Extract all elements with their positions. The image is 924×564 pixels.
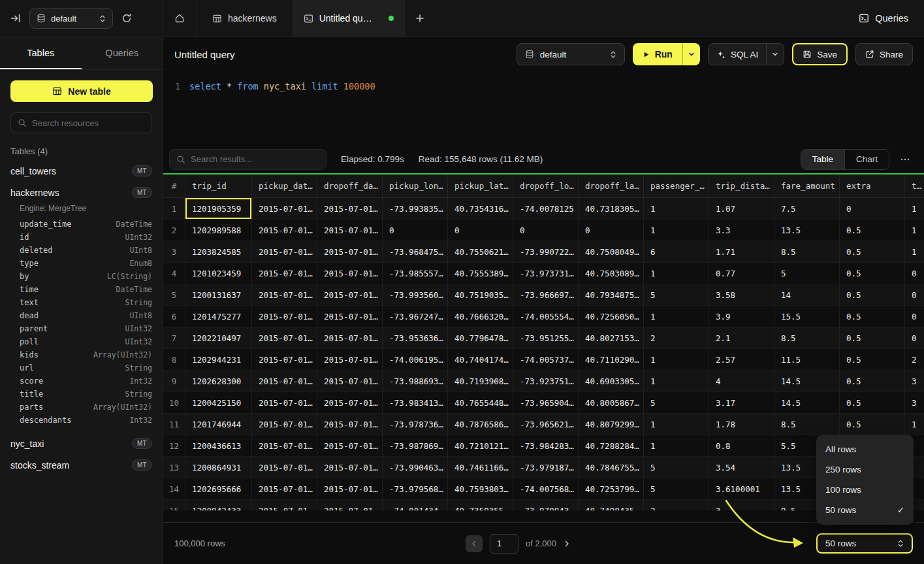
table-cell[interactable]: 3 (905, 371, 924, 392)
table-cell[interactable]: -73.966697… (513, 284, 579, 306)
view-toggle-table[interactable]: Table (801, 150, 844, 169)
table-cell[interactable]: 1201023459 (185, 263, 252, 284)
table-cell[interactable]: 3.3 (709, 220, 774, 241)
table-cell[interactable]: -73.993835… (383, 198, 448, 220)
table-cell[interactable]: 40.7461166… (448, 457, 513, 478)
table-cell[interactable]: 40.6903305… (579, 371, 644, 392)
table-cell[interactable]: 40.7256050… (579, 306, 644, 327)
results-column-header[interactable]: # (163, 174, 185, 197)
new-table-button[interactable]: New table (10, 80, 153, 102)
table-cell[interactable]: 14.5 (774, 371, 840, 392)
table-cell[interactable]: 1 (644, 371, 709, 392)
table-cell[interactable]: 1202695666 (185, 478, 252, 500)
table-cell[interactable]: 40.7666320… (448, 306, 513, 327)
results-column-header[interactable]: passenger_… (644, 174, 709, 197)
table-cell[interactable]: 1200864931 (185, 457, 252, 478)
table-cell[interactable]: 2015-07-01… (252, 263, 317, 284)
table-cell[interactable]: -73.990722… (513, 241, 579, 263)
table-cell[interactable]: 40.7796478… (448, 327, 513, 349)
results-column-header[interactable]: dropoff_lo… (513, 174, 579, 197)
sidebar-tab-queries[interactable]: Queries (82, 37, 163, 69)
table-cell[interactable]: 1 (644, 263, 709, 284)
table-cell[interactable]: 0.5 (840, 263, 905, 284)
table-cell[interactable]: 14.5 (774, 392, 840, 414)
table-cell[interactable]: 4 (709, 371, 774, 392)
table-cell[interactable]: 40.7253799… (579, 478, 644, 500)
table-cell[interactable]: 3.17 (709, 392, 774, 414)
table-cell[interactable]: 1.71 (709, 241, 774, 263)
table-cell[interactable]: 0.5 (840, 306, 905, 327)
table-cell[interactable]: 1 (644, 198, 709, 220)
table-cell[interactable]: 1202989588 (185, 220, 252, 241)
table-cell[interactable]: 1 (644, 435, 709, 457)
table-cell[interactable]: 3 (905, 392, 924, 414)
table-cell[interactable]: -73.973731… (513, 263, 579, 284)
table-cell[interactable]: 13.5 (774, 220, 840, 241)
table-cell[interactable]: 40.7550621… (448, 241, 513, 263)
table-cell[interactable]: 40.7318305… (579, 198, 644, 220)
table-cell[interactable]: -73.983413… (383, 392, 448, 414)
table-cell[interactable]: 40.7288284… (579, 435, 644, 457)
table-cell[interactable]: 40.7934875… (579, 284, 644, 306)
table-cell[interactable]: -73.951255… (513, 327, 579, 349)
table-cell[interactable]: 40.7359355… (448, 500, 513, 510)
table-cell[interactable]: -74.007568… (513, 478, 579, 500)
table-cell[interactable]: 40.7503089… (579, 263, 644, 284)
table-cell[interactable]: 2015-07-01… (252, 220, 317, 241)
table-cell[interactable]: 0 (448, 220, 513, 241)
table-cell[interactable]: 14 (774, 284, 840, 306)
table-cell[interactable]: 1201746944 (185, 414, 252, 435)
results-column-header[interactable]: pickup_dat… (252, 174, 317, 197)
table-cell[interactable]: 40.8005867… (579, 392, 644, 414)
table-cell[interactable]: 0.5 (840, 220, 905, 241)
table-cell[interactable]: 0 (383, 220, 448, 241)
results-column-header[interactable]: pickup_lon… (383, 174, 448, 197)
sql-code-line[interactable]: select * from nyc_taxi limit 100000 (189, 80, 375, 145)
table-cell[interactable]: 40.7655448… (448, 392, 513, 414)
table-cell[interactable]: 2015-07-01… (252, 500, 317, 510)
table-cell[interactable]: -73.979568… (383, 478, 448, 500)
results-column-header[interactable]: trip_id (185, 174, 252, 197)
tab-untitled-query[interactable]: Untitled qu… (293, 0, 405, 37)
table-cell[interactable]: -73.968475… (383, 241, 448, 263)
table-cell[interactable]: 1.78 (709, 414, 774, 435)
table-cell[interactable]: 0.5 (840, 392, 905, 414)
table-cell[interactable]: 40.8079299… (579, 414, 644, 435)
rows-menu-option[interactable]: 50 rows✓ (816, 500, 914, 520)
query-database-selector[interactable]: default (517, 43, 625, 65)
table-cell[interactable]: 2015-07-01… (317, 457, 383, 478)
table-cell[interactable]: 2015-07-01… (317, 263, 383, 284)
run-options-button[interactable] (682, 43, 700, 65)
table-cell[interactable]: 8.5 (774, 241, 840, 263)
sidebar-item-hackernews[interactable]: hackernews MT (0, 182, 163, 203)
table-cell[interactable]: 2015-07-01… (252, 306, 317, 327)
table-cell[interactable]: -73.923751… (513, 371, 579, 392)
results-column-header[interactable]: trip_dista… (709, 174, 774, 197)
table-cell[interactable]: -73.967247… (383, 306, 448, 327)
results-column-header[interactable]: dropoff_la… (579, 174, 644, 197)
table-cell[interactable]: 1200131637 (185, 284, 252, 306)
table-cell[interactable]: 40.7593803… (448, 478, 513, 500)
run-button[interactable]: Run (633, 43, 682, 65)
table-cell[interactable]: -74.0078125 (513, 198, 579, 220)
results-column-header[interactable]: t… (905, 174, 924, 197)
table-cell[interactable]: -73.965904… (513, 392, 579, 414)
table-cell[interactable]: 0 (579, 220, 644, 241)
table-cell[interactable]: 1 (644, 220, 709, 241)
table-cell[interactable]: -73.978736… (383, 414, 448, 435)
table-cell[interactable]: 0.5 (840, 327, 905, 349)
table-cell[interactable]: 2 (644, 327, 709, 349)
table-cell[interactable]: 40.7498435… (579, 500, 644, 510)
table-cell[interactable]: 11.5 (774, 349, 840, 371)
sql-ai-options-button[interactable] (766, 44, 784, 65)
table-cell[interactable]: 0 (905, 306, 924, 327)
table-cell[interactable]: 0.5 (840, 284, 905, 306)
table-cell[interactable]: 0.8 (709, 435, 774, 457)
table-cell[interactable]: 3.6100001 (709, 478, 774, 500)
table-cell[interactable]: -74.006195… (383, 349, 448, 371)
new-tab-button[interactable] (405, 0, 435, 37)
table-cell[interactable]: 2015-07-01… (317, 478, 383, 500)
table-cell[interactable]: 5 (644, 478, 709, 500)
table-cell[interactable]: 3 (709, 500, 774, 510)
sidebar-item-stocks-stream[interactable]: stocks_stream MT (0, 454, 163, 476)
